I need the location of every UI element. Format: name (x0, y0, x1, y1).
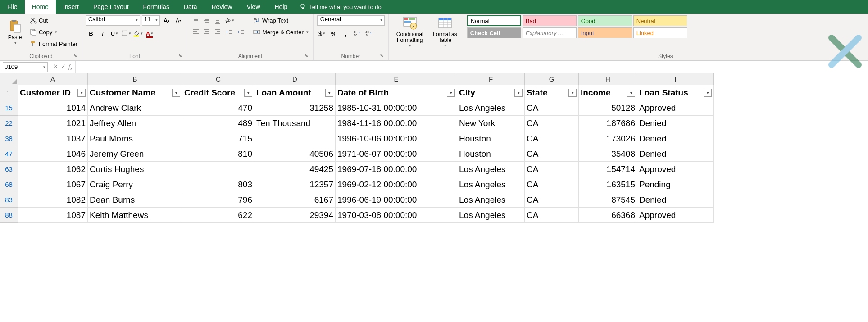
italic-button[interactable]: I (98, 28, 108, 38)
font-name-select[interactable]: Calibri (86, 15, 140, 26)
cell[interactable]: Approved (637, 162, 714, 177)
header-cell[interactable]: Customer Name▾ (88, 85, 182, 100)
orientation-button[interactable]: ab▾ (224, 15, 234, 25)
header-cell[interactable]: Income▾ (579, 85, 637, 100)
bold-button[interactable]: B (86, 28, 96, 38)
cell[interactable]: Denied (637, 131, 714, 146)
tab-insert[interactable]: Insert (56, 0, 86, 14)
header-cell[interactable]: Date of Birth▾ (336, 85, 457, 100)
copy-button[interactable]: Copy▾ (29, 27, 78, 37)
align-middle-button[interactable] (202, 16, 212, 26)
tell-me-search[interactable]: Tell me what you want to do (295, 3, 386, 10)
style-linked[interactable]: Linked (633, 27, 687, 38)
filter-button[interactable]: ▾ (172, 89, 180, 97)
header-cell[interactable]: Loan Status▾ (637, 85, 714, 100)
filter-button[interactable]: ▾ (325, 89, 333, 97)
cell[interactable]: CA (525, 146, 579, 162)
fx-button[interactable]: fx (68, 63, 73, 71)
underline-button[interactable]: U▾ (109, 28, 119, 38)
cell[interactable]: Houston (457, 131, 525, 146)
decrease-font-button[interactable]: A▾ (173, 16, 183, 26)
filter-button[interactable]: ▾ (77, 89, 86, 97)
cell[interactable]: 187686 (579, 116, 637, 131)
row-header[interactable]: 47 (0, 146, 18, 162)
cell[interactable]: Andrew Clark (88, 100, 182, 116)
cell[interactable]: Los Angeles (457, 208, 525, 223)
header-cell[interactable]: State▾ (525, 85, 579, 100)
cell[interactable]: 66368 (579, 208, 637, 223)
cell[interactable]: 1969-07-18 00:00:00 (336, 162, 457, 177)
style-normal[interactable]: Normal (467, 15, 521, 26)
cell[interactable]: 1969-02-12 00:00:00 (336, 177, 457, 192)
formula-input[interactable] (75, 61, 868, 73)
cell[interactable]: Curtis Hughes (88, 162, 182, 177)
align-center-button[interactable] (202, 27, 212, 36)
col-header-C[interactable]: C (182, 73, 254, 85)
row-header[interactable]: 88 (0, 208, 18, 223)
style-input[interactable]: Input (578, 27, 632, 38)
cell[interactable]: 1021 (18, 116, 88, 131)
row-header[interactable]: 15 (0, 100, 18, 116)
cell[interactable]: Los Angeles (457, 177, 525, 192)
cell[interactable]: 1971-06-07 00:00:00 (336, 146, 457, 162)
cancel-formula-button[interactable]: ✕ (53, 63, 58, 71)
cell[interactable] (254, 131, 336, 146)
col-header-D[interactable]: D (254, 73, 336, 85)
name-box[interactable]: J109▾ (3, 62, 48, 72)
cell[interactable]: 1087 (18, 208, 88, 223)
cut-button[interactable]: Cut (29, 15, 78, 25)
cell[interactable]: Houston (457, 146, 525, 162)
col-header-F[interactable]: F (457, 73, 525, 85)
cell[interactable]: Dean Burns (88, 192, 182, 208)
decrease-decimal-button[interactable]: .00.0 (364, 28, 374, 38)
cell[interactable]: 489 (182, 116, 254, 131)
cell[interactable]: 35408 (579, 146, 637, 162)
cell[interactable] (182, 162, 254, 177)
style-check-cell[interactable]: Check Cell (467, 27, 521, 38)
cell[interactable]: 1996-10-06 00:00:00 (336, 131, 457, 146)
cell[interactable]: CA (525, 116, 579, 131)
cell[interactable]: 50128 (579, 100, 637, 116)
header-cell[interactable]: Customer ID▾ (18, 85, 88, 100)
conditional-formatting-button[interactable]: ≠ Conditional Formatting▾ (392, 15, 427, 49)
row-header[interactable]: 83 (0, 192, 18, 208)
format-as-table-button[interactable]: Format as Table▾ (430, 15, 460, 49)
cell[interactable]: 1062 (18, 162, 88, 177)
cell[interactable]: CA (525, 208, 579, 223)
cell[interactable]: New York (457, 116, 525, 131)
cell[interactable]: Approved (637, 100, 714, 116)
fill-color-button[interactable]: ▾ (133, 28, 143, 38)
tab-file[interactable]: File (0, 0, 25, 14)
cell[interactable]: 29394 (254, 208, 336, 223)
select-all-corner[interactable] (0, 73, 18, 85)
font-color-button[interactable]: A▾ (145, 28, 155, 38)
cell[interactable]: Denied (637, 192, 714, 208)
col-header-E[interactable]: E (336, 73, 457, 85)
cell[interactable]: 1984-11-16 00:00:00 (336, 116, 457, 131)
cell[interactable]: 49425 (254, 162, 336, 177)
cell[interactable]: 1014 (18, 100, 88, 116)
cell[interactable]: Denied (637, 116, 714, 131)
align-right-button[interactable] (213, 27, 223, 36)
cell[interactable]: 1996-06-19 00:00:00 (336, 192, 457, 208)
cell[interactable]: 1970-03-08 00:00:00 (336, 208, 457, 223)
tab-review[interactable]: Review (205, 0, 240, 14)
filter-button[interactable]: ▾ (568, 89, 577, 97)
cell[interactable]: CA (525, 100, 579, 116)
row-header[interactable]: 68 (0, 177, 18, 192)
filter-button[interactable]: ▾ (514, 89, 523, 97)
number-launcher[interactable]: ⬊ (378, 53, 385, 59)
font-size-select[interactable]: 11 (142, 15, 160, 26)
col-header-A[interactable]: A (18, 73, 88, 85)
cell[interactable]: Denied (637, 146, 714, 162)
cell[interactable]: Keith Matthews (88, 208, 182, 223)
clipboard-launcher[interactable]: ⬊ (72, 53, 78, 59)
style-neutral[interactable]: Neutral (633, 15, 687, 26)
cell[interactable]: CA (525, 131, 579, 146)
row-header[interactable]: 63 (0, 162, 18, 177)
filter-button[interactable]: ▾ (244, 89, 252, 97)
cell[interactable]: Approved (637, 208, 714, 223)
increase-font-button[interactable]: A▴ (162, 16, 172, 26)
col-header-B[interactable]: B (88, 73, 182, 85)
cell[interactable]: 715 (182, 131, 254, 146)
